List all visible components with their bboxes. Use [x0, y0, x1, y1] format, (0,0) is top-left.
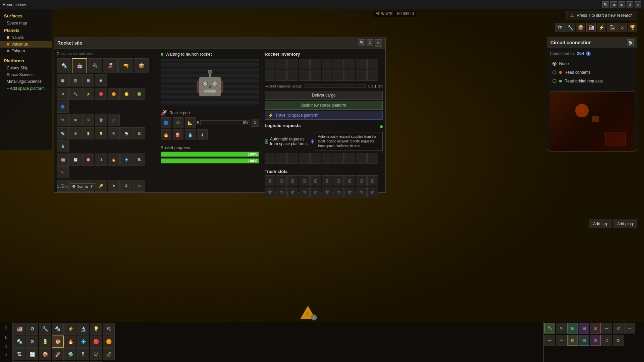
item-r5-2[interactable]: ⚙ — [69, 127, 82, 139]
item-cell-s1[interactable]: ▦ — [57, 74, 69, 86]
panel-close-button[interactable]: ✕ — [375, 39, 382, 47]
item-r7-4[interactable]: 🔑 — [95, 180, 107, 192]
item-cell-4[interactable]: 🌋 — [103, 58, 118, 73]
trash-cell-1-3[interactable]: 🗑 — [299, 187, 310, 197]
item-cell-s2[interactable]: ▥ — [69, 74, 82, 86]
travel-to-space-platform-button[interactable]: ⚡ Travel to space platform — [265, 111, 383, 120]
tool-undo[interactable]: ↩ — [601, 323, 612, 334]
trash-cell-0-0[interactable]: 🗑 — [265, 175, 275, 186]
fuel-item-1[interactable]: 🔥 — [161, 129, 171, 140]
item-r6-4[interactable]: ⚗ — [95, 154, 107, 166]
item-r6-3[interactable]: 🎯 — [82, 154, 94, 166]
item-r6-5[interactable]: 🔥 — [108, 154, 120, 166]
mini-map[interactable] — [550, 92, 634, 152]
item-r6-8[interactable]: ⛏ — [57, 166, 69, 178]
logistic-info-icon[interactable]: i — [311, 139, 314, 144]
item-r6-6[interactable]: 💠 — [120, 154, 132, 166]
inv-cell-0-7[interactable] — [344, 59, 355, 69]
item-r7-7[interactable]: ⚖ — [133, 180, 145, 192]
logistic-cell-2[interactable] — [287, 153, 298, 164]
toolbar-combat[interactable]: ⚔ — [618, 23, 627, 32]
hotbar-item-0-7[interactable]: 🟠 — [103, 336, 115, 348]
logistic-cell-0[interactable] — [265, 153, 275, 164]
titlebar-prev[interactable]: ◀ — [610, 1, 617, 8]
tool-grid6[interactable]: ⊡ — [590, 335, 601, 346]
trash-cell-1-6[interactable]: 🗑 — [333, 187, 344, 197]
toolbar-trains[interactable]: 🚂 — [607, 23, 616, 32]
titlebar-next[interactable]: ▶ — [619, 1, 625, 8]
item-s11[interactable]: 🟢 — [133, 88, 145, 100]
tool-settings[interactable]: ⚙ — [613, 335, 624, 346]
hotbar-item-3-2[interactable]: 🔧 — [39, 323, 51, 335]
sidebar-item-vulcanus[interactable]: Vulcanus — [0, 41, 52, 48]
toolbar-map[interactable]: 🗺 — [555, 23, 565, 32]
inv-cell-1-1[interactable] — [276, 70, 287, 81]
panel-settings-icon[interactable]: ⚙ — [367, 39, 373, 46]
logistic-cell-1[interactable] — [276, 153, 287, 164]
item-r6-7[interactable]: 🗜 — [133, 154, 145, 166]
item-r7-5[interactable]: 🗡 — [108, 180, 120, 192]
item-r4-3[interactable]: ⚛ — [82, 114, 94, 126]
inv-cell-1-7[interactable] — [344, 70, 355, 81]
trash-cell-0-2[interactable]: 🗑 — [287, 175, 298, 186]
inv-cell-0-8[interactable] — [356, 59, 367, 69]
radio-none[interactable] — [552, 62, 556, 66]
deliver-cargo-button[interactable]: Deliver cargo — [265, 91, 383, 100]
toolbar-logistics[interactable]: 📦 — [576, 23, 585, 32]
tool-rotate[interactable]: ⟲ — [613, 323, 624, 334]
trash-cell-0-7[interactable]: 🗑 — [344, 175, 355, 186]
hotbar-item-3-4[interactable]: ⚡ — [64, 323, 76, 335]
part-item-3[interactable]: 📐 — [185, 117, 196, 128]
toolbar-trophy[interactable]: 🏆 — [628, 23, 637, 32]
inv-cell-1-3[interactable] — [299, 70, 310, 81]
sidebar-item-space-science[interactable]: Space Science — [0, 71, 52, 78]
sidebar-item-nauvis[interactable]: Nauvis — [0, 34, 52, 41]
hotbar-item-3-7[interactable]: 🔌 — [103, 323, 115, 335]
titlebar-search[interactable]: 🔍 — [602, 1, 609, 8]
item-s9[interactable]: 🟠 — [108, 88, 120, 100]
logistic-cell-8[interactable] — [356, 153, 367, 164]
sidebar-item-spacemap[interactable]: Space map — [0, 20, 52, 26]
hotbar-item-0-4[interactable]: 🔥 — [64, 336, 76, 348]
item-s6[interactable]: 🔧 — [69, 88, 82, 100]
hotbar-item-3-5[interactable]: 🔬 — [77, 323, 89, 335]
fuel-item-3[interactable]: 💧 — [185, 129, 196, 140]
item-s10[interactable]: 🟡 — [120, 88, 132, 100]
circuit-option-read-contents[interactable]: Read contents — [550, 69, 634, 76]
item-s12[interactable]: 🔵 — [57, 101, 69, 113]
add-ping-button[interactable]: Add ping — [613, 220, 637, 228]
item-r7-6[interactable]: 🛢 — [120, 180, 132, 192]
inv-cell-1-6[interactable] — [333, 70, 344, 81]
planets-title[interactable]: Planets — [0, 26, 52, 34]
hotbar-item-0-0[interactable]: 🔩 — [13, 336, 25, 348]
circuit-panel-icon[interactable]: 📡 — [627, 39, 634, 46]
hotbar-item-0-6[interactable]: 🔴 — [90, 336, 102, 348]
build-space-platform-button[interactable]: Build new space platform — [265, 101, 383, 110]
titlebar-refresh[interactable]: ↺ — [627, 1, 633, 8]
warning-icon[interactable]: ! ⚙ — [300, 306, 316, 319]
inv-cell-0-2[interactable] — [287, 59, 298, 69]
trash-cell-1-4[interactable]: 🗑 — [310, 187, 321, 197]
hotbar-item-1-4[interactable]: 🛸 — [64, 348, 76, 360]
tool-scissors[interactable]: ✂ — [556, 335, 567, 346]
trash-cell-1-1[interactable]: 🗑 — [276, 187, 287, 197]
circuit-option-read-orbital[interactable]: Read orbital requests — [550, 77, 634, 85]
item-r6-1[interactable]: 🏭 — [57, 154, 69, 166]
item-r4-5[interactable]: ⬡ — [108, 114, 120, 126]
trash-cell-1-9[interactable]: 🗑 — [367, 187, 378, 197]
item-s7[interactable]: ⚡ — [82, 88, 94, 100]
item-cell-6[interactable]: 📦 — [134, 58, 149, 73]
inv-cell-1-2[interactable] — [287, 70, 298, 81]
item-r5-1[interactable]: 🔩 — [57, 127, 69, 139]
item-cell-s3[interactable]: ⊞ — [82, 74, 94, 86]
radio-read-contents[interactable] — [552, 70, 556, 74]
hotbar-item-0-2[interactable]: 🔋 — [39, 336, 51, 348]
part-item-2[interactable]: ⚙ — [173, 117, 183, 128]
hotbar-item-0-5[interactable]: 💠 — [77, 336, 89, 348]
item-cell-2[interactable]: 🤖 — [72, 58, 87, 73]
inv-cell-1-5[interactable] — [322, 70, 332, 81]
item-r5-8[interactable]: 🔬 — [57, 140, 69, 152]
tool-grid2[interactable]: ⊟ — [579, 323, 589, 334]
sidebar-item-metallurgic-science[interactable]: Metallurgic Science — [0, 78, 52, 85]
item-r5-3[interactable]: 🔋 — [82, 127, 94, 139]
